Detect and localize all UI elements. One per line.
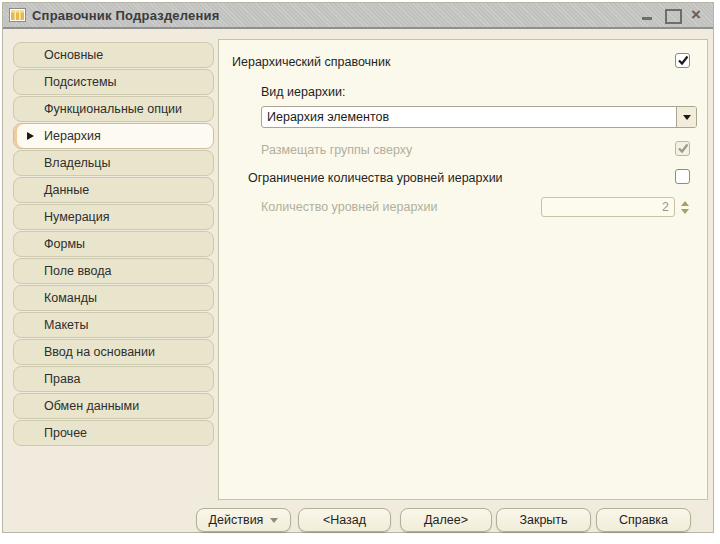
hierarchy-kind-select[interactable]: Иерархия элементов bbox=[261, 106, 697, 128]
levels-count-input: 2 bbox=[541, 197, 675, 217]
config-window: Справочник Подразделения × Основные Подс… bbox=[2, 2, 714, 533]
tab-label: Функциональные опции bbox=[44, 102, 182, 116]
maximize-icon[interactable] bbox=[665, 9, 679, 21]
tab-obmen-dannymi[interactable]: Обмен данными bbox=[13, 393, 214, 419]
tab-vvod-na-osnovanii[interactable]: Ввод на основании bbox=[13, 339, 214, 365]
minimize-icon[interactable] bbox=[641, 9, 655, 21]
tab-label: Иерархия bbox=[44, 129, 101, 143]
spin-down-icon bbox=[681, 209, 689, 214]
selected-tab-arrow-icon bbox=[27, 132, 34, 140]
tab-label: Права bbox=[44, 372, 80, 386]
tab-podsistemy[interactable]: Подсистемы bbox=[13, 69, 214, 95]
help-button[interactable]: Справка bbox=[596, 508, 691, 532]
hierarchical-catalog-checkbox[interactable] bbox=[675, 53, 690, 68]
hierarchy-settings-panel: Иерархический справочник Вид иерархии: И… bbox=[218, 39, 708, 500]
hierarchy-kind-label: Вид иерархии: bbox=[261, 85, 345, 99]
back-button-label: <Назад bbox=[323, 509, 366, 531]
tab-label: Прочее bbox=[44, 426, 87, 440]
help-button-label: Справка bbox=[619, 509, 668, 531]
window-title: Справочник Подразделения bbox=[32, 8, 220, 23]
close-icon[interactable]: × bbox=[689, 9, 703, 21]
tab-dannye[interactable]: Данные bbox=[13, 177, 214, 203]
limit-levels-checkbox[interactable] bbox=[675, 169, 690, 184]
tab-label: Обмен данными bbox=[44, 399, 139, 413]
tab-label: Макеты bbox=[44, 318, 88, 332]
tab-label: Формы bbox=[44, 237, 85, 251]
next-button[interactable]: Далее> bbox=[400, 508, 492, 532]
levels-count-label: Количество уровней иерархии bbox=[261, 200, 437, 214]
groups-on-top-checkbox bbox=[675, 141, 690, 156]
hierarchical-catalog-label: Иерархический справочник bbox=[232, 55, 390, 69]
tab-formy[interactable]: Формы bbox=[13, 231, 214, 257]
checkmark-icon bbox=[676, 53, 691, 68]
tab-prava[interactable]: Права bbox=[13, 366, 214, 392]
chevron-down-icon bbox=[683, 115, 691, 120]
window-controls: × bbox=[641, 9, 707, 21]
tab-komandy[interactable]: Команды bbox=[13, 285, 214, 311]
actions-button[interactable]: Действия bbox=[196, 508, 291, 532]
limit-levels-label: Ограничение количества уровней иерархии bbox=[248, 171, 503, 185]
groups-on-top-label: Размещать группы сверху bbox=[261, 143, 412, 157]
actions-button-label: Действия bbox=[209, 509, 264, 531]
tab-vladelcy[interactable]: Владельцы bbox=[13, 150, 214, 176]
chevron-down-icon bbox=[270, 518, 278, 523]
levels-count-stepper bbox=[678, 197, 692, 217]
tab-label: Поле ввода bbox=[44, 264, 111, 278]
tab-label: Подсистемы bbox=[44, 75, 117, 89]
tab-osnovnye[interactable]: Основные bbox=[13, 42, 214, 68]
tab-label: Нумерация bbox=[44, 210, 110, 224]
tab-pole-vvoda[interactable]: Поле ввода bbox=[13, 258, 214, 284]
checkmark-icon bbox=[676, 141, 691, 156]
tab-prochee[interactable]: Прочее bbox=[13, 420, 214, 446]
tab-label: Основные bbox=[44, 48, 103, 62]
tab-list: Основные Подсистемы Функциональные опции… bbox=[13, 42, 214, 447]
tab-numeraciya[interactable]: Нумерация bbox=[13, 204, 214, 230]
tab-makety[interactable]: Макеты bbox=[13, 312, 214, 338]
back-button[interactable]: <Назад bbox=[298, 508, 391, 532]
titlebar[interactable]: Справочник Подразделения × bbox=[3, 3, 713, 29]
hierarchy-kind-value: Иерархия элементов bbox=[262, 110, 676, 124]
tab-ierarhiya[interactable]: Иерархия bbox=[13, 123, 214, 149]
spin-up-icon bbox=[681, 201, 689, 206]
combo-dropdown-button[interactable] bbox=[676, 107, 696, 127]
catalog-icon bbox=[9, 8, 26, 22]
next-button-label: Далее> bbox=[424, 509, 468, 531]
close-button[interactable]: Закрыть bbox=[496, 508, 591, 532]
tab-label: Ввод на основании bbox=[44, 345, 155, 359]
tab-label: Команды bbox=[44, 291, 97, 305]
tab-label: Данные bbox=[44, 183, 89, 197]
tab-label: Владельцы bbox=[44, 156, 110, 170]
tab-funkcionalnye-opcii[interactable]: Функциональные опции bbox=[13, 96, 214, 122]
close-button-label: Закрыть bbox=[519, 509, 567, 531]
